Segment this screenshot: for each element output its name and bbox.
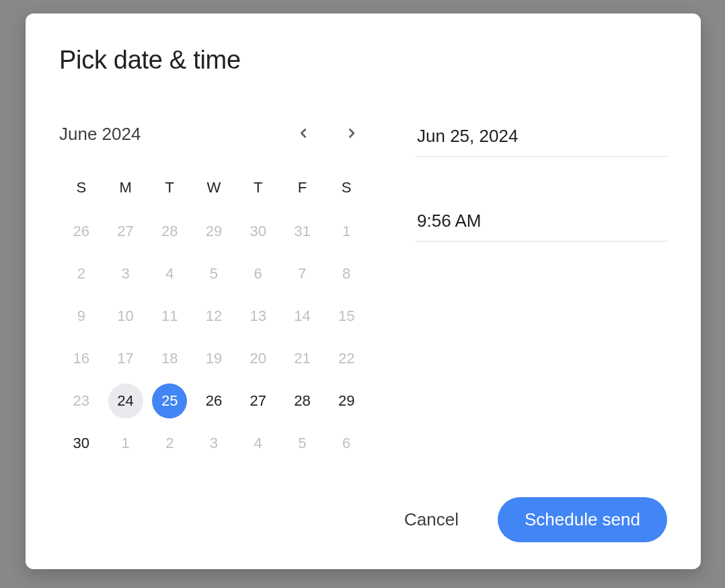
calendar-day[interactable]: 11 <box>147 295 192 337</box>
calendar-day[interactable]: 27 <box>104 210 148 252</box>
calendar-day[interactable]: 6 <box>324 422 369 464</box>
calendar-day[interactable]: 12 <box>192 295 236 337</box>
day-number: 22 <box>329 341 364 376</box>
calendar-day[interactable]: 30 <box>59 422 104 464</box>
calendar-day[interactable]: 3 <box>104 252 148 295</box>
calendar-day[interactable]: 8 <box>324 252 369 295</box>
day-number: 14 <box>284 299 319 334</box>
day-number: 28 <box>284 383 319 418</box>
day-number: 12 <box>196 299 231 334</box>
calendar-day[interactable]: 21 <box>280 337 325 379</box>
day-number: 31 <box>284 214 319 249</box>
day-number: 2 <box>152 426 187 461</box>
calendar-day[interactable]: 28 <box>147 210 192 252</box>
calendar-day[interactable]: 31 <box>280 210 325 252</box>
day-header: T <box>147 171 192 210</box>
day-number: 26 <box>196 383 231 418</box>
calendar-day[interactable]: 10 <box>104 295 148 337</box>
day-number: 5 <box>284 426 319 461</box>
day-number: 26 <box>64 214 99 249</box>
calendar-day[interactable]: 29 <box>192 210 236 252</box>
time-input[interactable] <box>416 207 667 242</box>
day-number: 11 <box>152 299 187 334</box>
day-number: 10 <box>108 299 143 334</box>
calendar: June 2024 SMTWTFS26272829303112345678910… <box>59 122 369 497</box>
day-header: T <box>236 171 280 210</box>
day-number: 2 <box>64 256 99 291</box>
calendar-day[interactable]: 22 <box>324 337 369 379</box>
chevron-left-icon <box>296 126 311 143</box>
day-header: W <box>192 171 236 210</box>
calendar-grid: SMTWTFS262728293031123456789101112131415… <box>59 171 369 464</box>
day-number: 13 <box>241 299 276 334</box>
day-header: F <box>280 171 325 210</box>
calendar-day[interactable]: 30 <box>236 210 280 252</box>
calendar-day[interactable]: 25 <box>147 379 192 422</box>
day-number: 19 <box>196 341 231 376</box>
cancel-button[interactable]: Cancel <box>391 500 472 540</box>
calendar-day[interactable]: 26 <box>59 210 104 252</box>
calendar-day[interactable]: 7 <box>280 252 325 295</box>
calendar-day[interactable]: 4 <box>236 422 280 464</box>
calendar-day[interactable]: 27 <box>236 379 280 422</box>
day-number: 4 <box>241 426 276 461</box>
calendar-day[interactable]: 17 <box>104 337 148 379</box>
day-number: 1 <box>329 214 364 249</box>
next-month-button[interactable] <box>340 122 363 147</box>
calendar-day[interactable]: 16 <box>59 337 104 379</box>
calendar-day[interactable]: 13 <box>236 295 280 337</box>
day-number: 5 <box>196 256 231 291</box>
calendar-day[interactable]: 18 <box>147 337 192 379</box>
schedule-send-dialog: Pick date & time June 2024 <box>26 13 701 569</box>
calendar-day[interactable]: 2 <box>59 252 104 295</box>
day-number: 6 <box>241 256 276 291</box>
day-number: 23 <box>64 383 99 418</box>
calendar-month-year: June 2024 <box>59 124 141 145</box>
calendar-day[interactable]: 6 <box>236 252 280 295</box>
calendar-day[interactable]: 1 <box>104 422 148 464</box>
day-number: 30 <box>241 214 276 249</box>
day-number: 24 <box>108 383 143 418</box>
calendar-day[interactable]: 19 <box>192 337 236 379</box>
calendar-day[interactable]: 29 <box>324 379 369 422</box>
calendar-day[interactable]: 15 <box>324 295 369 337</box>
datetime-inputs <box>416 122 667 497</box>
calendar-day[interactable]: 3 <box>192 422 236 464</box>
calendar-day[interactable]: 5 <box>192 252 236 295</box>
prev-month-button[interactable] <box>292 122 315 147</box>
chevron-right-icon <box>344 126 359 143</box>
calendar-day[interactable]: 24 <box>104 379 148 422</box>
calendar-day[interactable]: 1 <box>324 210 369 252</box>
calendar-day[interactable]: 9 <box>59 295 104 337</box>
day-number: 3 <box>196 426 231 461</box>
day-number: 1 <box>108 426 143 461</box>
day-header: S <box>59 171 104 210</box>
day-header: M <box>104 171 148 210</box>
day-number: 18 <box>152 341 187 376</box>
day-number: 7 <box>284 256 319 291</box>
day-number: 27 <box>241 383 276 418</box>
calendar-day[interactable]: 4 <box>147 252 192 295</box>
day-number: 17 <box>108 341 143 376</box>
day-number: 30 <box>64 426 99 461</box>
day-number: 9 <box>64 299 99 334</box>
calendar-day[interactable]: 28 <box>280 379 325 422</box>
calendar-day[interactable]: 26 <box>192 379 236 422</box>
day-number: 25 <box>152 383 187 418</box>
date-input[interactable] <box>416 122 667 157</box>
calendar-day[interactable]: 23 <box>59 379 104 422</box>
calendar-day[interactable]: 20 <box>236 337 280 379</box>
dialog-content: June 2024 SMTWTFS26272829303112345678910… <box>59 122 667 497</box>
day-number: 3 <box>108 256 143 291</box>
day-number: 6 <box>329 426 364 461</box>
day-number: 21 <box>284 341 319 376</box>
calendar-day[interactable]: 14 <box>280 295 325 337</box>
calendar-nav <box>292 122 363 147</box>
calendar-day[interactable]: 2 <box>147 422 192 464</box>
day-number: 27 <box>108 214 143 249</box>
dialog-actions: Cancel Schedule send <box>59 497 667 542</box>
schedule-send-button[interactable]: Schedule send <box>498 497 667 542</box>
day-header: S <box>324 171 369 210</box>
day-number: 29 <box>196 214 231 249</box>
calendar-day[interactable]: 5 <box>280 422 325 464</box>
